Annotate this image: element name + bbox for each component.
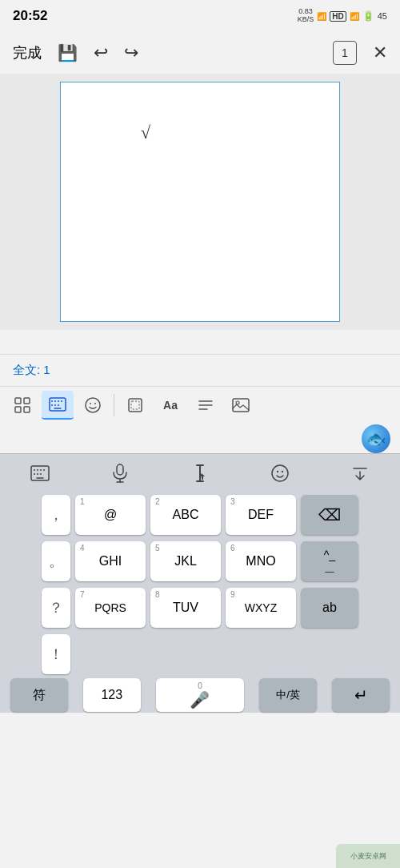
ime-emoji-button[interactable]: [77, 391, 109, 420]
caps-icon: ^___: [324, 549, 335, 574]
ime-paragraph-button[interactable]: [190, 391, 222, 420]
key-backspace[interactable]: ⌫: [301, 495, 358, 535]
symbol-toggle-label: 符: [33, 687, 46, 704]
key-8-num: 8: [155, 590, 160, 599]
key-lang-switch[interactable]: 中/英: [259, 678, 317, 712]
key-3-num: 3: [230, 497, 235, 506]
key-jkl[interactable]: 5 JKL: [150, 541, 221, 581]
key-def[interactable]: 3 DEF: [226, 495, 296, 535]
fish-mascot-icon[interactable]: 🐟: [362, 424, 390, 453]
key-wxyz[interactable]: 9 WXYZ: [226, 588, 296, 628]
ime-image-button[interactable]: [225, 391, 257, 420]
svg-point-14: [90, 403, 91, 404]
canvas-bottom-spacer: [0, 330, 400, 354]
key-placeholder4: [301, 634, 358, 674]
key-jkl-label: JKL: [174, 553, 197, 569]
key-5-num: 5: [155, 544, 160, 553]
font-label: Aa: [163, 399, 178, 412]
status-time: 20:52: [13, 8, 47, 24]
redo-button[interactable]: ↪: [124, 42, 138, 63]
key-question-label: ？: [49, 598, 63, 617]
key-at-label: @: [104, 507, 117, 522]
svg-point-38: [272, 465, 288, 481]
ime-sec-cursor-button[interactable]: [180, 457, 220, 489]
key-period[interactable]: 。: [42, 541, 70, 581]
ab-label: ab: [322, 601, 337, 615]
key-tuv-label: TUV: [173, 600, 198, 615]
key-comma[interactable]: ，: [42, 495, 70, 535]
key-ab[interactable]: ab: [301, 588, 358, 628]
network-speed-icon: 0.83KB/S: [298, 8, 314, 24]
status-bar: 20:52 0.83KB/S 📶 HD 📶 🔋 45: [0, 0, 400, 32]
close-button[interactable]: ✕: [373, 42, 387, 63]
ime-keyboard-button[interactable]: [42, 391, 74, 420]
svg-point-22: [236, 401, 239, 404]
key-at[interactable]: 1 @: [75, 495, 146, 535]
key-exclaim[interactable]: ！: [42, 634, 70, 674]
svg-point-13: [86, 398, 100, 412]
canvas-area: √: [0, 74, 400, 330]
key-abc[interactable]: 2 ABC: [150, 495, 221, 535]
key-mno-label: MNO: [246, 553, 275, 569]
svg-rect-32: [117, 464, 123, 475]
key-7-num: 7: [80, 590, 85, 599]
status-icons: 0.83KB/S 📶 HD 📶 🔋 45: [298, 8, 387, 24]
ime-sec-microphone-button[interactable]: [100, 457, 140, 489]
key-question[interactable]: ？: [42, 588, 70, 628]
key-ghi[interactable]: 4 GHI: [75, 541, 146, 581]
key-ghi-label: GHI: [99, 553, 122, 569]
lang-switch-label: 中/英: [276, 688, 300, 702]
wifi-icon: 📶: [317, 12, 326, 21]
watermark: 小麦安卓网: [336, 844, 400, 868]
page-canvas[interactable]: √: [60, 82, 340, 322]
ime-frame-button[interactable]: [119, 391, 151, 420]
key-period-label: 。: [49, 552, 63, 571]
key-comma-label: ，: [49, 505, 63, 524]
key-123[interactable]: 123: [83, 678, 141, 712]
key-symbol-toggle[interactable]: 符: [10, 678, 68, 712]
key-exclaim-label: ！: [49, 645, 63, 664]
fish-mascot-row: 🐟: [0, 423, 400, 453]
word-count-bar: 全文: 1: [0, 354, 400, 386]
done-button[interactable]: 完成: [13, 43, 42, 62]
signal-icon: 📶: [350, 12, 359, 21]
ime-font-button[interactable]: Aa: [154, 391, 186, 420]
key-4-num: 4: [80, 544, 85, 553]
key-enter[interactable]: ↵: [332, 678, 390, 712]
keyboard-row-3: ？ 7 PQRS 8 TUV 9 WXYZ ab: [0, 585, 400, 631]
key-pqrs-label: PQRS: [94, 601, 126, 615]
keyboard-row-4: ！: [0, 631, 400, 677]
svg-rect-21: [233, 399, 249, 412]
key-2-num: 2: [155, 497, 160, 506]
save-button[interactable]: 💾: [58, 43, 78, 62]
svg-point-40: [282, 470, 283, 472]
word-count-text: 全文: 1: [13, 363, 50, 378]
key-space[interactable]: 0 🎤: [156, 678, 244, 712]
svg-rect-3: [24, 407, 30, 412]
key-placeholder2: [150, 634, 221, 674]
key-wxyz-label: WXYZ: [245, 601, 277, 615]
key-placeholder3: [226, 634, 296, 674]
key-tuv[interactable]: 8 TUV: [150, 588, 221, 628]
keyboard-row-2: 。 4 GHI 5 JKL 6 MNO ^___: [0, 538, 400, 585]
undo-button[interactable]: ↩: [94, 42, 108, 63]
key-mno[interactable]: 6 MNO: [226, 541, 296, 581]
key-pqrs[interactable]: 7 PQRS: [75, 588, 146, 628]
key-caps[interactable]: ^___: [301, 541, 358, 581]
key-placeholder: [75, 634, 146, 674]
key-6-num: 6: [230, 544, 235, 553]
ime-sec-emoji-button[interactable]: [260, 457, 300, 489]
svg-point-15: [94, 403, 96, 404]
toolbar: 完成 💾 ↩ ↪ 1 ✕: [0, 32, 400, 74]
space-num: 0: [198, 681, 202, 690]
keyboard-bottom-row: 符 123 0 🎤 中/英 ↵: [0, 677, 400, 713]
keyboard-row-1: ， 1 @ 2 ABC 3 DEF ⌫: [0, 492, 400, 538]
ime-sec-keyboard-button[interactable]: [20, 457, 60, 489]
ime-secondary-toolbar: [0, 453, 400, 492]
battery-level: 45: [378, 11, 387, 21]
ime-grid-button[interactable]: [6, 391, 38, 420]
hd-icon: HD: [330, 11, 346, 22]
page-indicator: 1: [333, 41, 357, 65]
backspace-icon: ⌫: [318, 505, 341, 524]
ime-sec-dismiss-button[interactable]: [340, 457, 380, 489]
